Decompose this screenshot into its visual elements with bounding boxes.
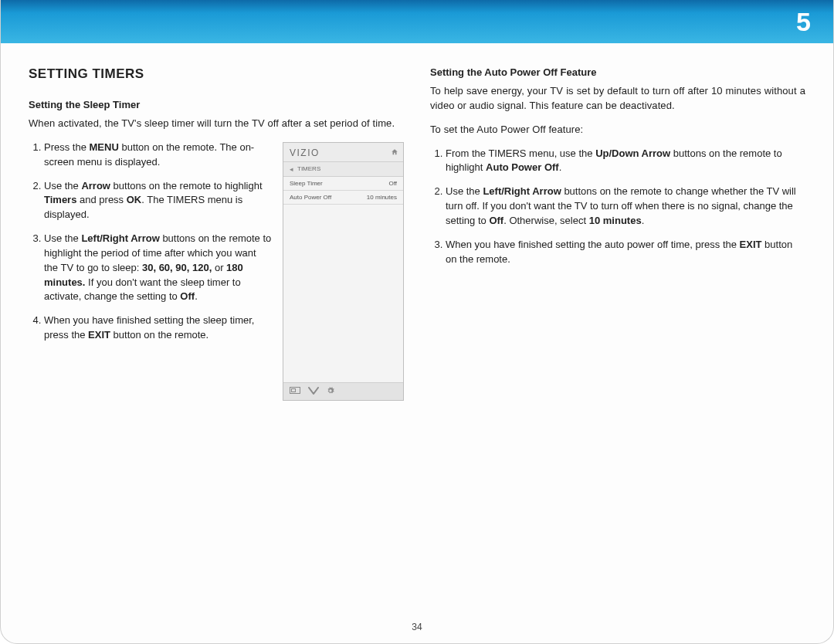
sleep-step-4: When you have finished setting the sleep… bbox=[44, 314, 272, 343]
left-subhead: Setting the Sleep Timer bbox=[29, 99, 404, 110]
osd-mockup: VIZIO ◂ TIMERS Sleep Timer Off Au bbox=[283, 142, 404, 401]
left-column: SETTING TIMERS Setting the Sleep Timer W… bbox=[29, 66, 404, 401]
right-intro: To help save energy, your TV is set by d… bbox=[430, 84, 805, 114]
svg-rect-1 bbox=[292, 389, 296, 392]
left-body-wrap: Press the MENU button on the remote. The… bbox=[29, 141, 404, 401]
osd-row-label: Auto Power Off bbox=[290, 194, 331, 201]
chapter-band: 5 bbox=[1, 0, 833, 43]
auto-step-3: When you have finished setting the auto … bbox=[446, 238, 805, 267]
osd-row-sleep: Sleep Timer Off bbox=[283, 177, 403, 191]
osd-crumb-label: TIMERS bbox=[297, 165, 320, 172]
auto-step-2: Use the Left/Right Arrow buttons on the … bbox=[446, 185, 805, 229]
chapter-number: 5 bbox=[796, 7, 812, 37]
sleep-step-2: Use the Arrow buttons on the remote to h… bbox=[44, 179, 272, 223]
section-title: SETTING TIMERS bbox=[29, 66, 404, 82]
auto-step-1: From the TIMERS menu, use the Up/Down Ar… bbox=[446, 147, 805, 176]
right-lead: To set the Auto Power Off feature: bbox=[430, 123, 805, 137]
page-number: 34 bbox=[1, 622, 833, 632]
wide-icon bbox=[290, 387, 300, 395]
osd-row-autopower: Auto Power Off 10 minutes bbox=[283, 191, 403, 205]
back-icon: ◂ bbox=[290, 165, 293, 173]
left-steps: Press the MENU button on the remote. The… bbox=[29, 141, 272, 401]
osd-footer bbox=[283, 382, 403, 400]
left-intro: When activated, the TV's sleep timer wil… bbox=[29, 117, 404, 131]
sleep-step-1: Press the MENU button on the remote. The… bbox=[44, 141, 272, 170]
osd-header: VIZIO bbox=[283, 143, 403, 162]
sleep-step-3: Use the Left/Right Arrow buttons on the … bbox=[44, 232, 272, 304]
v-icon bbox=[308, 387, 319, 396]
osd-row-value: 10 minutes bbox=[367, 194, 397, 201]
osd-body bbox=[283, 205, 403, 382]
right-subhead: Setting the Auto Power Off Feature bbox=[430, 66, 805, 78]
osd-breadcrumb: ◂ TIMERS bbox=[283, 162, 403, 177]
manual-page: 5 SETTING TIMERS Setting the Sleep Timer… bbox=[0, 0, 834, 644]
osd-row-value: Off bbox=[388, 180, 397, 187]
right-column: Setting the Auto Power Off Feature To he… bbox=[430, 66, 805, 401]
osd-row-label: Sleep Timer bbox=[290, 180, 323, 187]
gear-icon bbox=[327, 387, 334, 396]
osd-brand: VIZIO bbox=[290, 147, 320, 158]
content: SETTING TIMERS Setting the Sleep Timer W… bbox=[1, 43, 833, 401]
home-icon bbox=[391, 148, 398, 158]
